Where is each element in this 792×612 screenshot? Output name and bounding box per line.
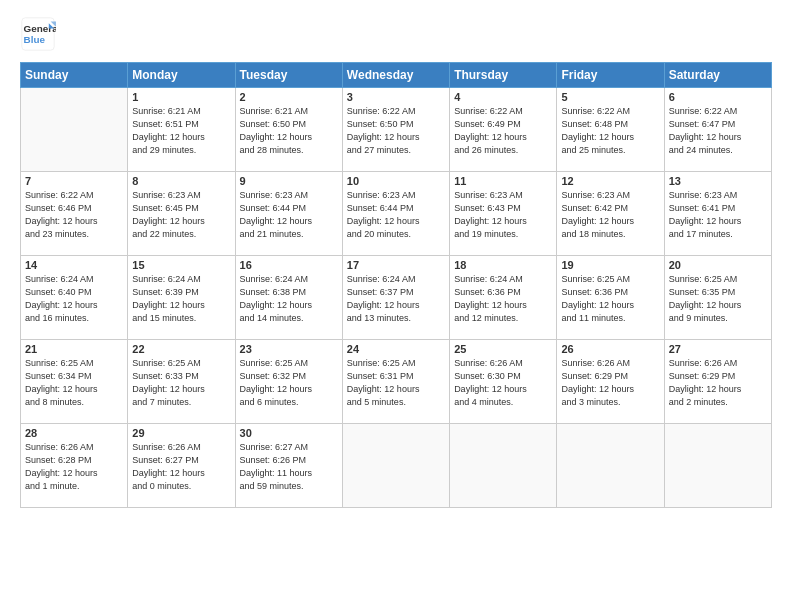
day-cell: 17Sunrise: 6:24 AM Sunset: 6:37 PM Dayli… — [342, 256, 449, 340]
col-monday: Monday — [128, 63, 235, 88]
day-number: 26 — [561, 343, 659, 355]
day-info: Sunrise: 6:24 AM Sunset: 6:36 PM Dayligh… — [454, 273, 552, 325]
day-number: 5 — [561, 91, 659, 103]
day-info: Sunrise: 6:22 AM Sunset: 6:47 PM Dayligh… — [669, 105, 767, 157]
day-number: 15 — [132, 259, 230, 271]
day-info: Sunrise: 6:22 AM Sunset: 6:46 PM Dayligh… — [25, 189, 123, 241]
header-row: SundayMondayTuesdayWednesdayThursdayFrid… — [21, 63, 772, 88]
day-info: Sunrise: 6:26 AM Sunset: 6:27 PM Dayligh… — [132, 441, 230, 493]
calendar-table: SundayMondayTuesdayWednesdayThursdayFrid… — [20, 62, 772, 508]
day-number: 22 — [132, 343, 230, 355]
day-cell: 1Sunrise: 6:21 AM Sunset: 6:51 PM Daylig… — [128, 88, 235, 172]
day-number: 4 — [454, 91, 552, 103]
day-info: Sunrise: 6:22 AM Sunset: 6:48 PM Dayligh… — [561, 105, 659, 157]
day-cell: 14Sunrise: 6:24 AM Sunset: 6:40 PM Dayli… — [21, 256, 128, 340]
day-info: Sunrise: 6:25 AM Sunset: 6:35 PM Dayligh… — [669, 273, 767, 325]
day-number: 25 — [454, 343, 552, 355]
day-info: Sunrise: 6:23 AM Sunset: 6:45 PM Dayligh… — [132, 189, 230, 241]
day-cell: 5Sunrise: 6:22 AM Sunset: 6:48 PM Daylig… — [557, 88, 664, 172]
day-info: Sunrise: 6:22 AM Sunset: 6:50 PM Dayligh… — [347, 105, 445, 157]
day-cell: 24Sunrise: 6:25 AM Sunset: 6:31 PM Dayli… — [342, 340, 449, 424]
day-number: 28 — [25, 427, 123, 439]
day-info: Sunrise: 6:23 AM Sunset: 6:42 PM Dayligh… — [561, 189, 659, 241]
day-cell: 15Sunrise: 6:24 AM Sunset: 6:39 PM Dayli… — [128, 256, 235, 340]
day-info: Sunrise: 6:21 AM Sunset: 6:51 PM Dayligh… — [132, 105, 230, 157]
day-info: Sunrise: 6:25 AM Sunset: 6:36 PM Dayligh… — [561, 273, 659, 325]
day-number: 1 — [132, 91, 230, 103]
day-number: 23 — [240, 343, 338, 355]
day-info: Sunrise: 6:25 AM Sunset: 6:33 PM Dayligh… — [132, 357, 230, 409]
day-info: Sunrise: 6:24 AM Sunset: 6:40 PM Dayligh… — [25, 273, 123, 325]
day-cell: 23Sunrise: 6:25 AM Sunset: 6:32 PM Dayli… — [235, 340, 342, 424]
day-info: Sunrise: 6:23 AM Sunset: 6:44 PM Dayligh… — [347, 189, 445, 241]
day-info: Sunrise: 6:24 AM Sunset: 6:38 PM Dayligh… — [240, 273, 338, 325]
day-cell: 19Sunrise: 6:25 AM Sunset: 6:36 PM Dayli… — [557, 256, 664, 340]
col-thursday: Thursday — [450, 63, 557, 88]
day-info: Sunrise: 6:23 AM Sunset: 6:41 PM Dayligh… — [669, 189, 767, 241]
day-number: 29 — [132, 427, 230, 439]
day-number: 3 — [347, 91, 445, 103]
day-cell: 28Sunrise: 6:26 AM Sunset: 6:28 PM Dayli… — [21, 424, 128, 508]
day-info: Sunrise: 6:23 AM Sunset: 6:43 PM Dayligh… — [454, 189, 552, 241]
day-number: 30 — [240, 427, 338, 439]
day-number: 6 — [669, 91, 767, 103]
day-number: 21 — [25, 343, 123, 355]
day-number: 7 — [25, 175, 123, 187]
day-cell: 10Sunrise: 6:23 AM Sunset: 6:44 PM Dayli… — [342, 172, 449, 256]
day-cell — [342, 424, 449, 508]
day-number: 19 — [561, 259, 659, 271]
day-info: Sunrise: 6:25 AM Sunset: 6:34 PM Dayligh… — [25, 357, 123, 409]
day-info: Sunrise: 6:25 AM Sunset: 6:32 PM Dayligh… — [240, 357, 338, 409]
day-number: 8 — [132, 175, 230, 187]
day-cell — [21, 88, 128, 172]
day-cell: 3Sunrise: 6:22 AM Sunset: 6:50 PM Daylig… — [342, 88, 449, 172]
day-info: Sunrise: 6:21 AM Sunset: 6:50 PM Dayligh… — [240, 105, 338, 157]
day-number: 2 — [240, 91, 338, 103]
day-cell: 9Sunrise: 6:23 AM Sunset: 6:44 PM Daylig… — [235, 172, 342, 256]
day-cell: 29Sunrise: 6:26 AM Sunset: 6:27 PM Dayli… — [128, 424, 235, 508]
day-cell: 13Sunrise: 6:23 AM Sunset: 6:41 PM Dayli… — [664, 172, 771, 256]
day-info: Sunrise: 6:27 AM Sunset: 6:26 PM Dayligh… — [240, 441, 338, 493]
day-cell — [450, 424, 557, 508]
page: General Blue SundayMondayTuesdayWednesda… — [0, 0, 792, 612]
day-number: 16 — [240, 259, 338, 271]
day-cell: 21Sunrise: 6:25 AM Sunset: 6:34 PM Dayli… — [21, 340, 128, 424]
col-saturday: Saturday — [664, 63, 771, 88]
day-info: Sunrise: 6:24 AM Sunset: 6:39 PM Dayligh… — [132, 273, 230, 325]
day-cell: 4Sunrise: 6:22 AM Sunset: 6:49 PM Daylig… — [450, 88, 557, 172]
day-number: 9 — [240, 175, 338, 187]
day-number: 14 — [25, 259, 123, 271]
day-info: Sunrise: 6:24 AM Sunset: 6:37 PM Dayligh… — [347, 273, 445, 325]
day-cell: 16Sunrise: 6:24 AM Sunset: 6:38 PM Dayli… — [235, 256, 342, 340]
week-row-1: 7Sunrise: 6:22 AM Sunset: 6:46 PM Daylig… — [21, 172, 772, 256]
day-info: Sunrise: 6:22 AM Sunset: 6:49 PM Dayligh… — [454, 105, 552, 157]
day-cell: 30Sunrise: 6:27 AM Sunset: 6:26 PM Dayli… — [235, 424, 342, 508]
day-number: 20 — [669, 259, 767, 271]
day-info: Sunrise: 6:25 AM Sunset: 6:31 PM Dayligh… — [347, 357, 445, 409]
day-info: Sunrise: 6:26 AM Sunset: 6:30 PM Dayligh… — [454, 357, 552, 409]
col-tuesday: Tuesday — [235, 63, 342, 88]
day-cell: 6Sunrise: 6:22 AM Sunset: 6:47 PM Daylig… — [664, 88, 771, 172]
day-number: 24 — [347, 343, 445, 355]
day-cell: 7Sunrise: 6:22 AM Sunset: 6:46 PM Daylig… — [21, 172, 128, 256]
week-row-3: 21Sunrise: 6:25 AM Sunset: 6:34 PM Dayli… — [21, 340, 772, 424]
day-number: 18 — [454, 259, 552, 271]
week-row-2: 14Sunrise: 6:24 AM Sunset: 6:40 PM Dayli… — [21, 256, 772, 340]
day-number: 10 — [347, 175, 445, 187]
svg-text:Blue: Blue — [24, 34, 46, 45]
header: General Blue — [20, 16, 772, 52]
day-cell: 8Sunrise: 6:23 AM Sunset: 6:45 PM Daylig… — [128, 172, 235, 256]
logo-icon: General Blue — [20, 16, 56, 52]
day-number: 13 — [669, 175, 767, 187]
day-cell: 25Sunrise: 6:26 AM Sunset: 6:30 PM Dayli… — [450, 340, 557, 424]
day-number: 27 — [669, 343, 767, 355]
day-cell: 27Sunrise: 6:26 AM Sunset: 6:29 PM Dayli… — [664, 340, 771, 424]
col-friday: Friday — [557, 63, 664, 88]
svg-text:General: General — [24, 23, 56, 34]
day-info: Sunrise: 6:26 AM Sunset: 6:29 PM Dayligh… — [669, 357, 767, 409]
day-cell: 22Sunrise: 6:25 AM Sunset: 6:33 PM Dayli… — [128, 340, 235, 424]
day-number: 11 — [454, 175, 552, 187]
week-row-4: 28Sunrise: 6:26 AM Sunset: 6:28 PM Dayli… — [21, 424, 772, 508]
day-cell: 20Sunrise: 6:25 AM Sunset: 6:35 PM Dayli… — [664, 256, 771, 340]
col-sunday: Sunday — [21, 63, 128, 88]
